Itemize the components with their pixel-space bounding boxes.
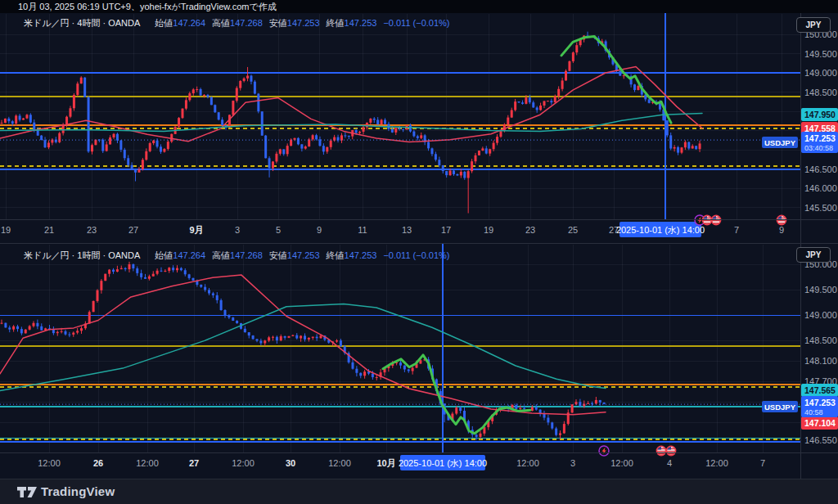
low-label: 安値 <box>269 18 287 28</box>
time-axis-pane-0[interactable]: 192123279月35911131719232527792025-10-01 … <box>1 222 784 237</box>
ma-red-pane-1 <box>0 275 606 415</box>
time-tick-label[interactable]: 12:00 <box>610 458 633 468</box>
time-tick-label[interactable]: 26 <box>93 458 103 468</box>
time-tick-label[interactable]: 5 <box>276 225 281 235</box>
footer-bar: TradingView <box>0 479 838 504</box>
open-value: 147.264 <box>173 250 205 260</box>
time-tick-label[interactable]: 7 <box>734 225 739 235</box>
candles-series-pane-0 <box>1 32 701 214</box>
date-label-text: 2025-10-01 (水) 14:00 <box>616 225 705 235</box>
high-label: 高値 <box>212 18 230 28</box>
time-tick-label[interactable]: 3 <box>570 458 575 468</box>
time-tick-label[interactable]: 12:00 <box>38 458 61 468</box>
close-label: 終値 <box>327 250 345 260</box>
time-tick-label[interactable]: 27 <box>189 458 199 468</box>
close-value: 147.253 <box>345 250 377 260</box>
svg-text:147.950: 147.950 <box>804 110 836 119</box>
time-tick-label[interactable]: 12:00 <box>232 458 255 468</box>
time-tick-label[interactable]: 4 <box>667 458 672 468</box>
currency-button-top[interactable]: JPY <box>796 17 831 33</box>
open-value: 147.264 <box>173 18 205 28</box>
svg-text:147.104: 147.104 <box>804 418 836 428</box>
close-value: 147.253 <box>345 18 377 28</box>
price-tick-label[interactable]: 146.500 <box>804 164 837 174</box>
price-tick-label[interactable]: 148.500 <box>804 88 837 97</box>
price-tick-label[interactable]: 149.500 <box>804 285 837 295</box>
time-tick-label[interactable]: 23 <box>525 225 535 235</box>
time-tick-label[interactable]: 7 <box>760 458 765 468</box>
low-value: 147.253 <box>287 18 320 28</box>
close-label: 終値 <box>327 18 345 28</box>
time-tick-label[interactable]: 27 <box>128 225 138 235</box>
price-scale-pane-0[interactable]: 150.000149.500149.000148.500146.500146.0… <box>762 29 838 213</box>
economic-event-icon[interactable] <box>599 446 609 456</box>
change-value: −0.011 (−0.01%) <box>383 250 449 260</box>
currency-button-bottom[interactable]: JPY <box>796 247 831 263</box>
time-tick-label[interactable]: 21 <box>44 225 54 235</box>
price-tick-label[interactable]: 146.550 <box>804 435 837 445</box>
symbol-title[interactable]: 米ドル／円 · 4時間 · OANDA <box>24 18 140 28</box>
high-value: 147.268 <box>230 18 263 28</box>
time-axis-pane-1[interactable]: 12:002612:002712:003012:0010月12:00312:00… <box>38 455 765 470</box>
ma-teal-pane-1 <box>0 304 606 391</box>
tradingview-logo-text[interactable]: TradingView <box>41 484 115 498</box>
pane-1-legend: 米ドル／円 · 1時間 · OANDA始値147.264高値147.268安値1… <box>24 250 450 261</box>
time-tick-label[interactable]: 19 <box>1 225 11 235</box>
candles-series-pane-1 <box>1 262 606 440</box>
bar-countdown: 40:58 <box>804 408 823 416</box>
time-tick-label[interactable]: 10月 <box>376 458 395 468</box>
grid-pane-1 <box>0 245 800 452</box>
price-tick-label[interactable]: 149.000 <box>804 310 837 320</box>
us-flag-event-icon[interactable] <box>666 446 676 456</box>
time-tick-label[interactable]: 19 <box>484 225 493 235</box>
price-tick-label[interactable]: 149.500 <box>804 49 837 59</box>
grid-pane-0 <box>0 14 800 219</box>
svg-text:147.253: 147.253 <box>804 133 836 143</box>
svg-text:USDJPY: USDJPY <box>764 138 796 147</box>
open-label: 始値 <box>155 18 173 28</box>
time-tick-label[interactable]: 12:00 <box>328 458 351 468</box>
high-label: 高値 <box>212 250 230 260</box>
change-value: −0.011 (−0.01%) <box>383 18 449 28</box>
high-value: 147.268 <box>230 250 263 260</box>
time-tick-label[interactable]: 3 <box>235 225 240 235</box>
time-tick-label[interactable]: 12:00 <box>705 458 728 468</box>
time-tick-label[interactable]: 30 <box>286 458 295 468</box>
price-tick-label[interactable]: 146.000 <box>804 183 837 193</box>
price-tick-label[interactable]: 148.100 <box>804 356 837 366</box>
time-tick-label[interactable]: 25 <box>568 225 578 235</box>
time-tick-label[interactable]: 9 <box>317 225 322 235</box>
time-tick-label[interactable]: 23 <box>87 225 97 235</box>
price-tick-label[interactable]: 149.000 <box>804 68 837 78</box>
svg-text:USDJPY: USDJPY <box>764 403 796 412</box>
svg-text:147.565: 147.565 <box>804 385 836 395</box>
low-label: 安値 <box>269 250 287 260</box>
time-tick-label[interactable]: 11 <box>358 225 367 235</box>
time-tick-label[interactable]: 12:00 <box>516 458 539 468</box>
us-flag-event-icon[interactable] <box>656 446 666 456</box>
symbol-title[interactable]: 米ドル／円 · 1時間 · OANDA <box>24 250 140 260</box>
horizontal-lines-pane-0[interactable] <box>0 73 800 169</box>
tradingview-screenshot: 10月 03, 2025 06:19 UTC+9、yohei-fxがTradin… <box>0 0 838 504</box>
time-tick-label[interactable]: 12:00 <box>136 458 159 468</box>
price-scale-pane-1[interactable]: 150.000149.500149.000148.500148.100147.7… <box>762 259 838 445</box>
time-tick-label[interactable]: 9月 <box>189 225 203 235</box>
low-value: 147.253 <box>287 250 320 260</box>
price-tick-label[interactable]: 148.500 <box>804 335 837 345</box>
bar-countdown: 03:40:58 <box>804 144 833 152</box>
pane-0-legend: 米ドル／円 · 4時間 · OANDA始値147.264高値147.268安値1… <box>24 17 450 29</box>
time-tick-label[interactable]: 17 <box>441 225 451 235</box>
open-label: 始値 <box>155 250 173 260</box>
price-tick-label[interactable]: 145.500 <box>804 203 837 213</box>
date-label-text: 2025-10-01 (水) 14:00 <box>399 458 487 468</box>
tradingview-logo-icon[interactable] <box>16 485 39 499</box>
time-tick-label[interactable]: 9 <box>779 225 784 235</box>
horizontal-lines-pane-1[interactable] <box>0 315 800 442</box>
svg-text:147.253: 147.253 <box>804 398 836 407</box>
time-tick-label[interactable]: 13 <box>402 225 412 235</box>
